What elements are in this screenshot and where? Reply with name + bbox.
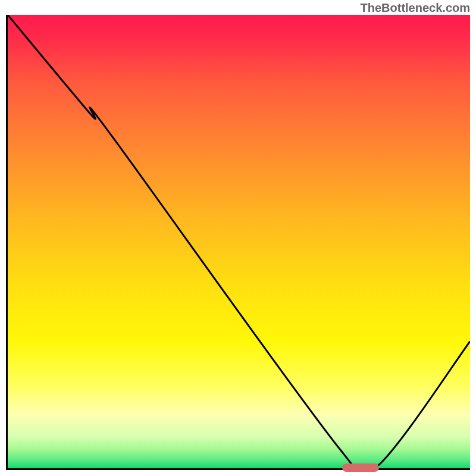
chart-curve	[8, 15, 470, 468]
chart-plot-area	[6, 15, 470, 470]
watermark-text: TheBottleneck.com	[361, 1, 470, 15]
optimal-range-marker	[342, 464, 379, 472]
